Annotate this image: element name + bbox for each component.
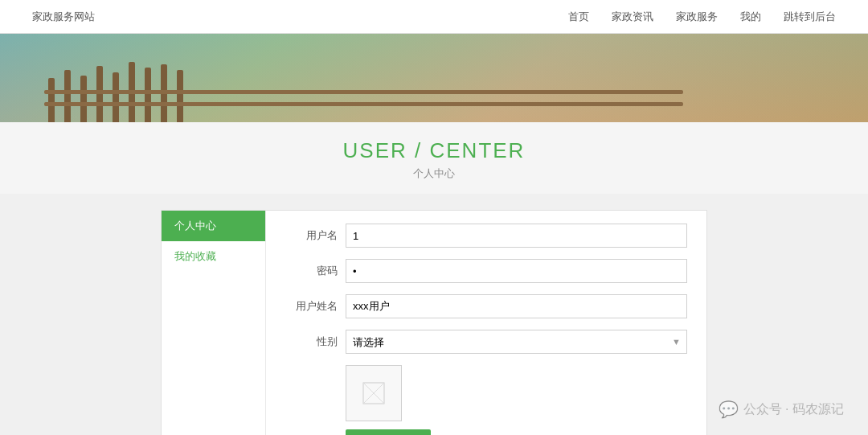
- content-wrapper: 个人中心 我的收藏 用户名 密码 用户姓名 性别: [161, 210, 707, 435]
- nav-links: 首页 家政资讯 家政服务 我的 跳转到后台: [568, 10, 836, 24]
- fence-post: [48, 78, 55, 122]
- form-area: 用户名 密码 用户姓名 性别 请选择 男 女: [266, 211, 706, 435]
- nav-admin[interactable]: 跳转到后台: [784, 10, 836, 24]
- username-input[interactable]: [346, 224, 687, 248]
- fence-rail: [44, 102, 683, 106]
- upload-image-button[interactable]: ▲ 上传图片: [346, 429, 431, 435]
- nav-home[interactable]: 首页: [568, 10, 589, 24]
- nav-mine[interactable]: 我的: [740, 10, 761, 24]
- gender-select-wrapper: 请选择 男 女 ▼: [346, 330, 687, 354]
- realname-input[interactable]: [346, 294, 687, 318]
- fence-rail: [44, 90, 683, 94]
- realname-row: 用户姓名: [285, 294, 687, 318]
- username-label: 用户名: [285, 228, 338, 243]
- gender-label: 性别: [285, 334, 338, 349]
- nav-news[interactable]: 家政资讯: [612, 10, 653, 24]
- sidebar-item-favorites[interactable]: 我的收藏: [162, 241, 265, 272]
- image-placeholder-icon: [362, 381, 386, 405]
- sidebar-item-profile[interactable]: 个人中心: [162, 211, 265, 241]
- fence-post: [96, 66, 103, 122]
- fence-post: [80, 76, 87, 122]
- page-header: USER / CENTER 个人中心: [0, 122, 868, 194]
- realname-label: 用户姓名: [285, 299, 338, 314]
- password-label: 密码: [285, 264, 338, 278]
- password-input[interactable]: [346, 259, 687, 283]
- hero-banner: [0, 34, 868, 122]
- navbar: 家政服务网站 首页 家政资讯 家政服务 我的 跳转到后台: [0, 0, 868, 34]
- watermark: 💬 公众号 · 码农源记: [719, 400, 844, 419]
- gender-select[interactable]: 请选择 男 女: [346, 330, 687, 354]
- upload-btn-row: ▲ 上传图片: [346, 429, 687, 435]
- site-logo: 家政服务网站: [32, 10, 95, 24]
- avatar-container: [346, 365, 687, 421]
- gender-row: 性别 请选择 男 女 ▼: [285, 330, 687, 354]
- fence-post: [113, 72, 119, 122]
- page-title: USER / CENTER: [0, 138, 868, 163]
- sidebar: 个人中心 我的收藏: [162, 211, 266, 435]
- watermark-text: 公众号 · 码农源记: [743, 401, 844, 418]
- page-subtitle: 个人中心: [0, 166, 868, 181]
- fence-post: [145, 68, 151, 122]
- password-row: 密码: [285, 259, 687, 283]
- avatar-preview: [346, 365, 402, 421]
- main-content: 个人中心 我的收藏 用户名 密码 用户姓名 性别: [0, 194, 868, 435]
- nav-service[interactable]: 家政服务: [676, 10, 718, 24]
- fence-post: [64, 70, 71, 122]
- username-row: 用户名: [285, 224, 687, 248]
- wechat-icon: 💬: [719, 400, 739, 419]
- fence-post: [177, 70, 183, 122]
